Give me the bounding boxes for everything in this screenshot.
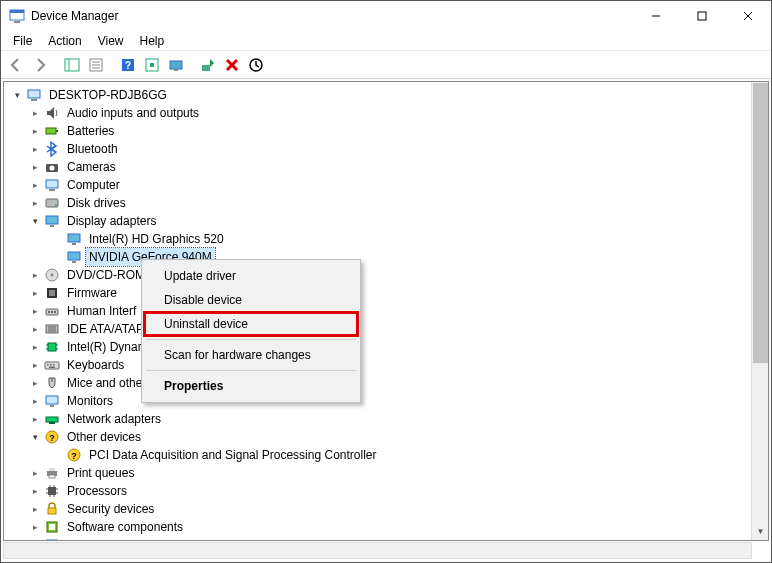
battery-icon — [44, 123, 60, 139]
tree-item-label: DVD/CD-ROM — [64, 266, 148, 284]
tree-item[interactable]: Monitors — [4, 392, 751, 410]
tree-item-other-devices[interactable]: ?Other devices — [4, 428, 751, 446]
ctx-update-driver[interactable]: Update driver — [144, 264, 358, 288]
toolbar-separator — [109, 54, 115, 76]
display-icon — [66, 231, 82, 247]
expand-icon[interactable] — [28, 340, 42, 354]
device-tree-container: DESKTOP-RDJB6GG Audio inputs and outputs… — [3, 81, 769, 541]
help-button[interactable]: ? — [117, 54, 139, 76]
show-hide-console-button[interactable] — [61, 54, 83, 76]
tree-leaf-label: PCI Data Acquisition and Signal Processi… — [86, 446, 379, 464]
maximize-button[interactable] — [679, 1, 725, 31]
tree-leaf[interactable]: ?PCI Data Acquisition and Signal Process… — [4, 446, 751, 464]
tree-item-label: Security devices — [64, 500, 157, 518]
expand-icon[interactable] — [28, 142, 42, 156]
tree-item-display-adapters[interactable]: Display adapters — [4, 212, 751, 230]
ide-icon — [44, 321, 60, 337]
tree-item[interactable]: IDE ATA/ATAP — [4, 320, 751, 338]
tree-item[interactable]: Network adapters — [4, 410, 751, 428]
tree-item-label: Keyboards — [64, 356, 127, 374]
expand-icon[interactable] — [28, 376, 42, 390]
back-button[interactable] — [5, 54, 27, 76]
expand-icon[interactable] — [28, 268, 42, 282]
tree-root[interactable]: DESKTOP-RDJB6GG — [4, 86, 751, 104]
tree-item[interactable]: Firmware — [4, 284, 751, 302]
ctx-properties[interactable]: Properties — [144, 374, 358, 398]
svg-text:?: ? — [125, 60, 131, 71]
tree-item[interactable]: Computer — [4, 176, 751, 194]
tree-item[interactable]: Batteries — [4, 122, 751, 140]
refresh-button[interactable] — [141, 54, 163, 76]
properties-button[interactable] — [85, 54, 107, 76]
tree-item[interactable]: Human Interf — [4, 302, 751, 320]
expand-icon[interactable] — [28, 286, 42, 300]
expand-icon[interactable] — [28, 304, 42, 318]
expand-icon[interactable] — [28, 196, 42, 210]
expand-icon[interactable] — [28, 502, 42, 516]
forward-button[interactable] — [29, 54, 51, 76]
tree-item[interactable]: Processors — [4, 482, 751, 500]
tree-item[interactable]: DVD/CD-ROM — [4, 266, 751, 284]
tree-item[interactable]: Mice and othe — [4, 374, 751, 392]
expand-icon[interactable] — [28, 106, 42, 120]
svg-rect-7 — [65, 59, 79, 71]
tree-item[interactable]: Disk drives — [4, 194, 751, 212]
expand-icon[interactable] — [28, 160, 42, 174]
tree-item[interactable]: Security devices — [4, 500, 751, 518]
tree-item[interactable]: Audio inputs and outputs — [4, 104, 751, 122]
svg-rect-82 — [48, 508, 56, 514]
expand-icon — [50, 448, 64, 462]
device-tree[interactable]: DESKTOP-RDJB6GG Audio inputs and outputs… — [4, 82, 751, 540]
unknown-device-icon: ? — [66, 447, 82, 463]
expand-icon[interactable] — [28, 322, 42, 336]
tree-item-label: Software components — [64, 518, 186, 536]
update-driver-button[interactable] — [165, 54, 187, 76]
tree-item-label: Firmware — [64, 284, 120, 302]
scrollbar-thumb[interactable] — [753, 83, 768, 363]
svg-rect-63 — [50, 405, 54, 407]
expand-icon[interactable] — [28, 178, 42, 192]
expand-icon[interactable] — [28, 484, 42, 498]
scan-hardware-button[interactable] — [245, 54, 267, 76]
menu-action[interactable]: Action — [40, 32, 89, 50]
ctx-scan-hardware[interactable]: Scan for hardware changes — [144, 343, 358, 367]
minimize-button[interactable] — [633, 1, 679, 31]
expand-icon[interactable] — [10, 88, 24, 102]
expand-icon[interactable] — [28, 394, 42, 408]
tree-item-label: Disk drives — [64, 194, 129, 212]
expand-icon[interactable] — [28, 520, 42, 534]
svg-rect-24 — [31, 99, 37, 101]
expand-icon[interactable] — [28, 124, 42, 138]
menu-help[interactable]: Help — [132, 32, 173, 50]
expand-icon[interactable] — [28, 466, 42, 480]
expand-icon[interactable] — [28, 412, 42, 426]
tree-item[interactable]: Software components — [4, 518, 751, 536]
scroll-down-icon[interactable]: ▼ — [752, 523, 769, 540]
tree-item[interactable]: Keyboards — [4, 356, 751, 374]
vertical-scrollbar[interactable]: ▲ ▼ — [751, 82, 768, 540]
svg-rect-45 — [51, 311, 53, 313]
close-button[interactable] — [725, 1, 771, 31]
bluetooth-icon — [44, 141, 60, 157]
tree-leaf[interactable]: Intel(R) HD Graphics 520 — [4, 230, 751, 248]
ctx-disable-device[interactable]: Disable device — [144, 288, 358, 312]
tree-item-label: Audio inputs and outputs — [64, 104, 202, 122]
uninstall-device-button[interactable] — [221, 54, 243, 76]
tree-item[interactable]: Cameras — [4, 158, 751, 176]
tree-leaf-selected[interactable]: NVIDIA GeForce 940M — [4, 248, 751, 266]
expand-icon[interactable] — [28, 538, 42, 540]
chipset-icon — [44, 339, 60, 355]
ctx-uninstall-device[interactable]: Uninstall device — [144, 312, 358, 336]
menu-file[interactable]: File — [5, 32, 40, 50]
tree-item[interactable]: Software devices — [4, 536, 751, 540]
tree-item[interactable]: Bluetooth — [4, 140, 751, 158]
tree-item[interactable]: Print queues — [4, 464, 751, 482]
toolbar-separator — [189, 54, 195, 76]
expand-icon[interactable] — [28, 358, 42, 372]
horizontal-scrollbar[interactable] — [3, 542, 752, 559]
expand-icon[interactable] — [28, 430, 42, 444]
menu-view[interactable]: View — [90, 32, 132, 50]
tree-item[interactable]: Intel(R) Dynar — [4, 338, 751, 356]
enable-device-button[interactable] — [197, 54, 219, 76]
expand-icon[interactable] — [28, 214, 42, 228]
